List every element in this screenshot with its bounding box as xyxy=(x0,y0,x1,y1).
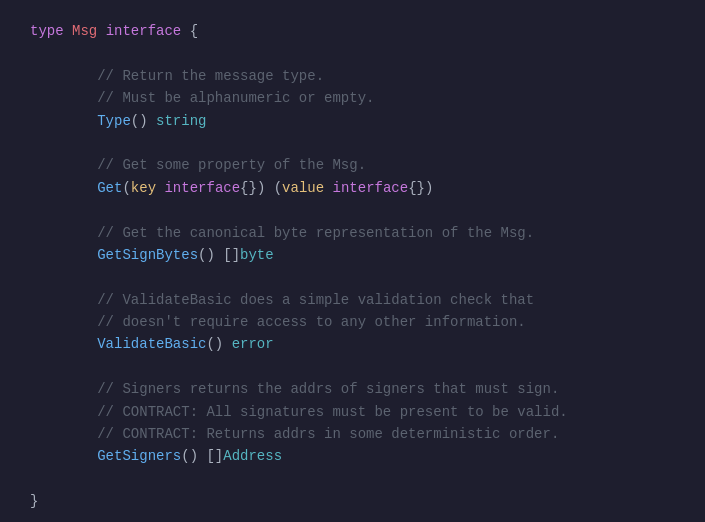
code-token-comment: // Get some property of the Msg. xyxy=(97,157,366,173)
code-token-plain xyxy=(30,157,97,173)
code-token-plain xyxy=(30,314,97,330)
code-token-keyword: interface xyxy=(106,23,182,39)
code-token-method: Get xyxy=(97,180,122,196)
code-token-keyword: interface xyxy=(333,180,409,196)
code-token-plain xyxy=(30,180,97,196)
code-token-plain xyxy=(30,381,97,397)
code-token-plain xyxy=(30,292,97,308)
code-token-plain xyxy=(97,23,105,39)
code-token-plain xyxy=(30,90,97,106)
code-token-plain xyxy=(324,180,332,196)
code-line xyxy=(30,468,675,490)
code-token-plain xyxy=(30,426,97,442)
code-token-plain: {}) ( xyxy=(240,180,282,196)
code-line: ValidateBasic() error xyxy=(30,333,675,355)
code-token-comment: // doesn't require access to any other i… xyxy=(97,314,525,330)
code-line: // Signers returns the addrs of signers … xyxy=(30,378,675,400)
code-token-comment: // CONTRACT: Returns addrs in some deter… xyxy=(97,426,559,442)
code-line xyxy=(30,266,675,288)
code-line: // CONTRACT: All signatures must be pres… xyxy=(30,401,675,423)
code-token-comment: // ValidateBasic does a simple validatio… xyxy=(97,292,534,308)
code-token-plain: () xyxy=(131,113,156,129)
code-token-plain: () [] xyxy=(198,247,240,263)
code-content: type Msg interface { // Return the messa… xyxy=(30,20,675,513)
code-token-keyword: interface xyxy=(164,180,240,196)
code-token-plain xyxy=(30,448,97,464)
code-token-method: GetSigners xyxy=(97,448,181,464)
code-line xyxy=(30,356,675,378)
code-token-plain xyxy=(30,247,97,263)
code-token-method: GetSignBytes xyxy=(97,247,198,263)
code-token-type-name: Msg xyxy=(72,23,97,39)
code-token-comment: // Get the canonical byte representation… xyxy=(97,225,534,241)
code-token-method: Type xyxy=(97,113,131,129)
code-token-plain: ( xyxy=(122,180,130,196)
code-token-method: ValidateBasic xyxy=(97,336,206,352)
code-line: GetSignBytes() []byte xyxy=(30,244,675,266)
code-token-plain: () xyxy=(206,336,231,352)
code-line: // CONTRACT: Returns addrs in some deter… xyxy=(30,423,675,445)
code-line xyxy=(30,132,675,154)
code-token-comment: // Must be alphanumeric or empty. xyxy=(97,90,374,106)
code-editor: type Msg interface { // Return the messa… xyxy=(0,0,705,522)
code-token-plain: {}) xyxy=(408,180,433,196)
code-token-plain xyxy=(30,113,97,129)
code-line: // Must be alphanumeric or empty. xyxy=(30,87,675,109)
code-token-param: key xyxy=(131,180,156,196)
code-token-return-type: string xyxy=(156,113,206,129)
code-token-return-type: error xyxy=(232,336,274,352)
code-line xyxy=(30,199,675,221)
code-token-plain: () [] xyxy=(181,448,223,464)
code-token-plain xyxy=(30,336,97,352)
code-token-return-type: Address xyxy=(223,448,282,464)
code-line: // Return the message type. xyxy=(30,65,675,87)
code-line: // Get some property of the Msg. xyxy=(30,154,675,176)
code-line: } xyxy=(30,490,675,512)
code-token-comment: // CONTRACT: All signatures must be pres… xyxy=(97,404,567,420)
code-line: GetSigners() []Address xyxy=(30,445,675,467)
code-line: Get(key interface{}) (value interface{}) xyxy=(30,177,675,199)
code-line: type Msg interface { xyxy=(30,20,675,42)
code-token-comment: // Signers returns the addrs of signers … xyxy=(97,381,559,397)
code-line: Type() string xyxy=(30,110,675,132)
code-token-plain: { xyxy=(181,23,198,39)
code-token-keyword: type xyxy=(30,23,72,39)
code-token-plain xyxy=(30,404,97,420)
code-token-comment: // Return the message type. xyxy=(97,68,324,84)
code-token-return-type: byte xyxy=(240,247,274,263)
code-line xyxy=(30,42,675,64)
code-token-plain xyxy=(30,225,97,241)
code-token-plain xyxy=(30,68,97,84)
code-line: // ValidateBasic does a simple validatio… xyxy=(30,289,675,311)
code-token-plain: } xyxy=(30,493,38,509)
code-token-param: value xyxy=(282,180,324,196)
code-line: // Get the canonical byte representation… xyxy=(30,222,675,244)
code-line: // doesn't require access to any other i… xyxy=(30,311,675,333)
